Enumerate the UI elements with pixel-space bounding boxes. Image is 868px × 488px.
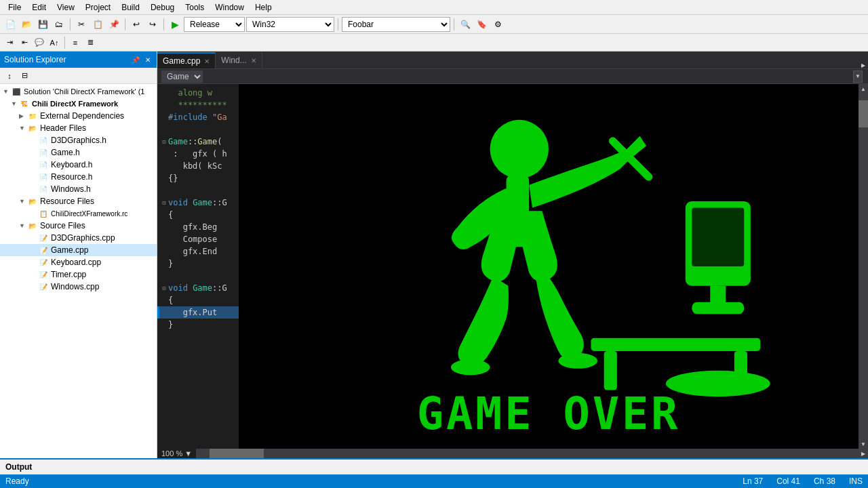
menu-project[interactable]: Project — [80, 1, 116, 14]
panel-close-button[interactable]: ✕ — [143, 56, 153, 64]
status-mode: INS — [849, 476, 863, 486]
panel-header-buttons: 📌 ✕ — [130, 56, 153, 64]
d3d-cpp-label: D3DGraphics.cpp — [51, 233, 115, 243]
build-config-dropdown[interactable]: Release — [184, 17, 245, 32]
hscroll-track[interactable] — [196, 449, 859, 458]
header-files-arrow: ▼ — [19, 125, 27, 131]
align-btn2[interactable]: ≣ — [83, 36, 97, 49]
project-dropdown[interactable]: Foobar — [342, 17, 450, 32]
tree-chili-rc[interactable]: 📋 ChiliDirectXFramework.rc — [0, 207, 157, 220]
tree-d3d-h[interactable]: 📄 D3DGraphics.h — [0, 134, 157, 146]
tree-windows-h[interactable]: 📄 Windows.h — [0, 183, 157, 195]
project-icon: 🏗 — [19, 98, 30, 109]
scroll-right-icon: ▶ — [861, 62, 865, 68]
keyboard-h-label: Keyboard.h — [51, 160, 92, 169]
tree-source-files[interactable]: ▼ 📂 Source Files — [0, 220, 157, 232]
code-line-2: ********** — [157, 99, 239, 111]
lc-5: Game::Game( — [168, 136, 236, 148]
lc-18: { — [168, 294, 236, 306]
hscroll-right-btn[interactable]: ▶ — [859, 449, 868, 458]
se-sync-btn[interactable]: ↕ — [3, 69, 16, 83]
toolbar-sep-3 — [163, 18, 164, 30]
settings-button[interactable]: ⚙ — [490, 17, 505, 32]
tree-solution[interactable]: ▼ ⬛ Solution 'Chili DirectX Framework' (… — [0, 85, 157, 98]
tab-game-cpp[interactable]: Game.cpp ✕ — [157, 52, 216, 68]
redo-button[interactable]: ↪ — [145, 17, 160, 32]
d3d-h-label: D3DGraphics.h — [51, 136, 106, 145]
status-ch: Ch 38 — [814, 476, 835, 486]
status-left: Ready — [5, 476, 29, 486]
font-up-btn[interactable]: A↑ — [47, 36, 61, 49]
scroll-up-button[interactable]: ▲ — [859, 84, 868, 94]
zoom-dropdown-icon[interactable]: ▼ — [184, 449, 192, 458]
code-line-1: along w — [157, 87, 239, 99]
platform-dropdown[interactable]: Win32 — [246, 17, 334, 32]
figure-left-foot — [451, 359, 490, 375]
tab-windows[interactable]: Wind... ✕ — [216, 52, 262, 68]
tab-game-cpp-close[interactable]: ✕ — [204, 58, 210, 65]
tree-keyboard-h[interactable]: 📄 Keyboard.h — [0, 159, 157, 171]
tree-game-h[interactable]: 📄 Game.h — [0, 146, 157, 159]
li-17[interactable]: ⊟ — [160, 282, 168, 294]
open-file-button[interactable]: 📂 — [19, 17, 34, 32]
keyboard-cpp-label: Keyboard.cpp — [51, 258, 101, 267]
se-collapse-btn[interactable]: ⊟ — [18, 69, 31, 83]
comment-btn[interactable]: 💬 — [33, 36, 46, 49]
menu-build[interactable]: Build — [116, 1, 145, 14]
li-10[interactable]: ⊟ — [160, 197, 168, 209]
menu-tools[interactable]: Tools — [180, 1, 210, 14]
menu-file[interactable]: File — [3, 1, 26, 14]
tree-keyboard-cpp[interactable]: 📝 Keyboard.cpp — [0, 256, 157, 268]
tree-header-files[interactable]: ▼ 📂 Header Files — [0, 122, 157, 134]
code-line-16 — [157, 270, 239, 282]
ext-deps-label: External Dependencies — [40, 111, 124, 121]
tab-windows-close[interactable]: ✕ — [251, 57, 256, 64]
outdent-btn[interactable]: ⇤ — [18, 36, 31, 49]
tree-project[interactable]: ▼ 🏗 Chili DirectX Framework — [0, 98, 157, 110]
monitor-base — [692, 302, 744, 314]
menu-edit[interactable]: Edit — [26, 1, 52, 14]
code-line-11: { — [157, 209, 239, 221]
tab-bar: Game.cpp ✕ Wind... ✕ ▶ — [157, 52, 868, 69]
indent-btn[interactable]: ⇥ — [3, 36, 16, 49]
code-container: along w ********** #include "Ga — [157, 84, 868, 449]
lc-17: void Game::G — [168, 282, 236, 294]
run-button[interactable]: ▶ — [167, 17, 182, 32]
tree-resource-h[interactable]: 📄 Resource.h — [0, 171, 157, 183]
tree-d3d-cpp[interactable]: 📝 D3DGraphics.cpp — [0, 232, 157, 244]
menu-window[interactable]: Window — [210, 1, 250, 14]
paste-button[interactable]: 📌 — [106, 17, 121, 32]
zoom-area: 100 % ▼ — [157, 449, 196, 458]
code-line-3: #include "Ga — [157, 111, 239, 123]
lc-3: #include "Ga — [168, 111, 236, 123]
menu-debug[interactable]: Debug — [145, 1, 180, 14]
scroll-down-button[interactable]: ▼ — [859, 439, 868, 449]
solution-label: Solution 'Chili DirectX Framework' (1 — [24, 87, 144, 96]
copy-button[interactable]: 📋 — [90, 17, 105, 32]
code-panel[interactable]: along w ********** #include "Ga — [157, 84, 239, 449]
menu-view[interactable]: View — [52, 1, 80, 14]
tree-windows-cpp[interactable]: 📝 Windows.cpp — [0, 281, 157, 293]
new-file-button[interactable]: 📄 — [3, 17, 18, 32]
search-button[interactable]: 🔍 — [458, 17, 473, 32]
save-button[interactable]: 💾 — [35, 17, 50, 32]
save-all-button[interactable]: 🗂 — [52, 17, 66, 32]
align-left-btn[interactable]: ≡ — [68, 36, 82, 49]
right-scrollbar[interactable]: ▲ ▼ — [859, 84, 868, 449]
lc-8: {} — [168, 172, 236, 184]
cut-button[interactable]: ✂ — [74, 17, 89, 32]
bookmark-button[interactable]: 🔖 — [474, 17, 489, 32]
tree-external-deps[interactable]: ▶ 📁 External Dependencies — [0, 110, 157, 122]
status-ready: Ready — [5, 476, 29, 486]
menu-bar: File Edit View Project Build Debug Tools… — [0, 0, 868, 15]
li-5[interactable]: ⊟ — [160, 136, 168, 148]
se-toolbar: ↕ ⊟ — [0, 68, 157, 84]
undo-button[interactable]: ↩ — [129, 17, 144, 32]
nav-class-dropdown[interactable]: Game — [161, 70, 203, 83]
panel-pin-button[interactable]: 📌 — [130, 56, 142, 64]
tree-timer-cpp[interactable]: 📝 Timer.cpp — [0, 268, 157, 281]
d3d-cpp-icon: 📝 — [38, 232, 49, 243]
tree-game-cpp[interactable]: 📝 Game.cpp — [0, 244, 157, 256]
menu-help[interactable]: Help — [250, 1, 277, 14]
tree-resource-files[interactable]: ▼ 📂 Resource Files — [0, 195, 157, 207]
